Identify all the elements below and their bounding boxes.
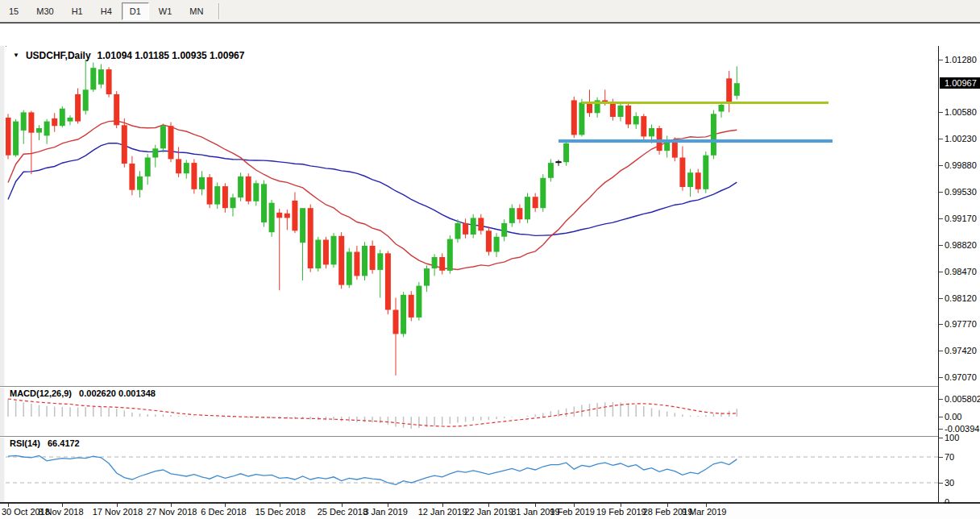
candle: [129, 156, 135, 196]
candle: [168, 122, 174, 163]
macd-label: MACD(12,26,9): [10, 388, 72, 398]
candle: [60, 106, 65, 127]
timeframe-button-d1[interactable]: D1: [122, 2, 149, 20]
date-axis-label: 25 Dec 2018: [318, 507, 368, 517]
chart-dropdown-icon[interactable]: ▼: [13, 52, 19, 59]
candle: [261, 181, 267, 227]
candle: [145, 154, 151, 185]
candle: [687, 169, 693, 197]
rsi-axis-label: 30: [945, 478, 954, 488]
candle: [246, 173, 251, 204]
current-price-badge: 1.00967: [940, 77, 980, 89]
timeframe-button-h4[interactable]: H4: [93, 2, 120, 20]
candle: [83, 60, 89, 114]
candle: [377, 250, 383, 298]
price-axis-label: 0.99880: [945, 160, 977, 170]
candle: [563, 139, 569, 166]
mt4-terminal: { "toolbar": { "timeframes": ["15", "M30…: [0, 0, 980, 519]
main-price-chart[interactable]: [6, 47, 938, 386]
candle: [679, 147, 685, 191]
date-axis-label: 6 Dec 2018: [201, 507, 246, 517]
candle: [385, 251, 391, 315]
timeframe-button-h1[interactable]: H1: [64, 2, 91, 20]
candle: [284, 210, 290, 230]
ma-slow-line: [8, 143, 737, 236]
candle: [308, 205, 314, 272]
candle: [540, 174, 546, 212]
date-axis-label: 8 Nov 2018: [38, 507, 83, 517]
price-axis-label: 0.98470: [945, 267, 977, 276]
candle: [447, 235, 453, 274]
candle: [44, 119, 50, 144]
candle: [230, 193, 236, 216]
candle: [471, 214, 476, 239]
candle: [122, 118, 127, 168]
candle: [214, 182, 220, 209]
rsi-label: RSI(14): [10, 438, 40, 448]
candle: [618, 102, 624, 121]
candle: [525, 193, 530, 223]
date-axis-label: 12 Jan 2019: [418, 507, 467, 517]
candle: [494, 233, 500, 257]
candle: [160, 123, 166, 152]
rsi-axis-label: 70: [945, 452, 954, 462]
candle: [68, 115, 73, 125]
macd-axis-label: 0.00: [945, 412, 961, 421]
chart-header: ▼ USDCHF,Daily 1.01094 1.01185 1.00935 1…: [13, 50, 244, 61]
timeframe-button-m30[interactable]: M30: [28, 2, 61, 20]
candle: [13, 119, 19, 157]
candle: [52, 113, 57, 131]
price-axis-label: 1.00580: [945, 107, 977, 117]
candle: [207, 174, 213, 208]
candle: [571, 97, 577, 139]
candle: [533, 193, 538, 212]
price-axis-label: 0.98820: [945, 240, 977, 250]
candle: [338, 232, 344, 289]
candle: [595, 98, 600, 118]
date-axis-label: 17 Nov 2018: [93, 507, 143, 517]
candle: [114, 91, 119, 128]
candle: [238, 172, 243, 201]
candle: [90, 63, 96, 93]
candle: [579, 99, 584, 137]
rsi-indicator-panel[interactable]: [6, 438, 938, 502]
timeframe-button-15[interactable]: 15: [1, 2, 27, 20]
rsi-label-row: RSI(14) 66.4172: [10, 438, 80, 448]
candle: [416, 282, 421, 321]
date-axis[interactable]: 30 Oct 20188 Nov 201817 Nov 201827 Nov 2…: [0, 504, 980, 519]
candle: [726, 71, 732, 112]
chart-symbol-label: USDCHF,Daily: [26, 50, 91, 61]
candle: [21, 110, 27, 144]
candle: [625, 103, 631, 128]
timeframe-buttons: 15M30H1H4D1W1MN: [0, 2, 212, 20]
candle: [509, 205, 515, 227]
candle: [106, 67, 112, 97]
price-axis-label: 0.97070: [945, 372, 977, 382]
timeframe-button-w1[interactable]: W1: [151, 2, 181, 20]
candle: [501, 219, 507, 241]
candle: [331, 233, 337, 268]
date-axis-label: 22 Jan 2019: [464, 507, 513, 517]
price-axis-label: 0.97420: [945, 346, 977, 355]
date-axis-label: 27 Nov 2018: [147, 507, 197, 517]
candle: [370, 240, 376, 273]
candle: [152, 145, 158, 168]
date-axis-label: 3 Jan 2019: [363, 507, 407, 517]
price-axis[interactable]: 1.012801.005801.002300.998800.995300.991…: [938, 46, 980, 502]
candle: [517, 205, 522, 223]
candle: [703, 152, 708, 193]
candle: [36, 125, 42, 140]
candle: [6, 114, 11, 159]
candle: [199, 171, 205, 195]
candle: [719, 102, 725, 118]
candle: [463, 218, 468, 238]
candle: [409, 291, 414, 321]
candle: [191, 159, 197, 193]
price-axis-label: 0.97770: [945, 319, 977, 329]
date-axis-label: 15 Dec 2018: [255, 507, 305, 517]
candle: [315, 237, 321, 272]
timeframe-toolbar: 15M30H1H4D1W1MN: [0, 0, 980, 23]
candle: [478, 214, 484, 235]
timeframe-button-mn[interactable]: MN: [181, 2, 211, 20]
price-axis-label: 0.98120: [945, 293, 977, 303]
